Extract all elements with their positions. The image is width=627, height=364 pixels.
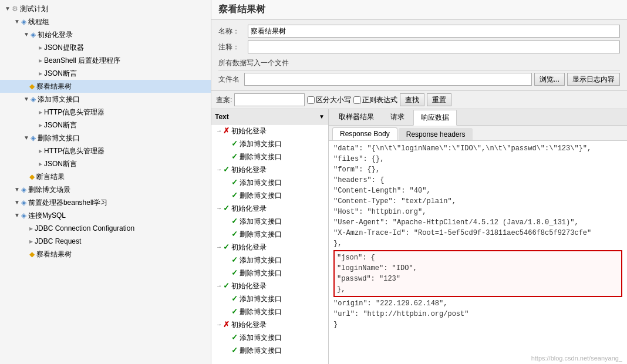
- result-line-0: "data": "{\n\t\"loginName\":\"IDO\",\n\t…: [333, 143, 622, 154]
- highlight-region: "json": { "loginName": "IDO", "passwd": …: [333, 250, 622, 297]
- result-line-10: "json": {: [337, 252, 619, 263]
- left-tree-panel: ▼⚙测试计划▼◈线程组▼◈初始化登录▸JSON提取器▸BeanShell 后置处…: [0, 0, 211, 364]
- regex-label: 正则表达式: [362, 95, 397, 105]
- text-tree-item-2[interactable]: ✓删除博文接口: [211, 150, 328, 163]
- result-tab-1[interactable]: 请求: [383, 109, 412, 125]
- result-line-16: }: [333, 319, 622, 330]
- text-panel-title: Text: [215, 113, 319, 121]
- tree-item-3[interactable]: ▸JSON提取器: [0, 41, 211, 54]
- result-line-1: "files": {},: [333, 154, 622, 164]
- result-line-3: "headers": {: [333, 175, 622, 186]
- tree-item-4[interactable]: ▸BeanShell 后置处理程序: [0, 54, 211, 67]
- result-line-11: "loginName": "IDO",: [337, 263, 619, 274]
- file-label: 文件名: [218, 75, 242, 85]
- tree-item-8[interactable]: ▸HTTP信息头管理器: [0, 106, 211, 119]
- tree-item-13[interactable]: ◆断言结果: [0, 170, 211, 183]
- comment-input[interactable]: [248, 41, 620, 53]
- section-title: 所有数据写入一个文件: [218, 56, 620, 70]
- name-input[interactable]: [248, 25, 620, 38]
- text-tree-item-4[interactable]: ✓添加博文接口: [211, 176, 328, 189]
- tree-item-7[interactable]: ▼◈添加博文接口: [0, 93, 211, 106]
- tree-item-5[interactable]: ▸JSON断言: [0, 67, 211, 80]
- text-tree-item-12[interactable]: →✓初始化登录: [211, 279, 328, 292]
- browse-button[interactable]: 浏览...: [534, 73, 565, 86]
- tree-label-8: HTTP信息头管理器: [44, 107, 105, 117]
- tree-label-16: 连接MySQL: [28, 210, 66, 221]
- sub-tab-0[interactable]: Response Body: [332, 127, 397, 140]
- text-tree-item-10[interactable]: ✓添加博文接口: [211, 254, 328, 267]
- result-area: 取样器结果请求响应数据 Response BodyResponse header…: [329, 109, 627, 364]
- tree-item-16[interactable]: ▼◈连接MySQL: [0, 209, 211, 222]
- tree-label-6: 察看结果树: [36, 81, 72, 92]
- text-panel: Text ▼ →✗初始化登录✓添加博文接口✓删除博文接口→✓初始化登录✓添加博文…: [211, 109, 329, 364]
- tree-label-2: 初始化登录: [38, 29, 73, 40]
- sub-tab-1[interactable]: Response headers: [399, 128, 473, 140]
- tree-item-11[interactable]: ▸HTTP信息头管理器: [0, 144, 211, 157]
- tree-label-18: JDBC Request: [35, 236, 81, 247]
- text-tree-item-5[interactable]: ✓删除博文接口: [211, 189, 328, 202]
- text-tree-item-3[interactable]: →✓初始化登录: [211, 163, 328, 176]
- tree-label-4: BeanShell 后置处理程序: [44, 55, 120, 66]
- tree-label-14: 删除博文场景: [28, 184, 70, 195]
- search-input[interactable]: [234, 93, 305, 106]
- tree-item-10[interactable]: ▼◈删除博文接口: [0, 132, 211, 144]
- tree-label-1: 线程组: [28, 16, 49, 27]
- tree-label-11: HTTP信息头管理器: [44, 146, 105, 156]
- result-line-8: "X-Amzn-Trace-Id": "Root=1-5ef5cd9f-3181…: [333, 228, 622, 238]
- text-tree-item-7[interactable]: ✓添加博文接口: [211, 215, 328, 228]
- tree-item-0[interactable]: ▼⚙测试计划: [0, 2, 211, 15]
- result-content: "data": "{\n\t\"loginName\":\"IDO\",\n\t…: [329, 141, 627, 364]
- find-button[interactable]: 查找: [400, 93, 424, 106]
- text-tree-item-9[interactable]: →✓初始化登录: [211, 241, 328, 254]
- result-line-14: "origin": "222.129.62.148",: [333, 298, 622, 309]
- text-tree-item-8[interactable]: ✓删除博文接口: [211, 228, 328, 241]
- case-sensitive-checkbox[interactable]: 区分大小写: [307, 95, 351, 105]
- reset-button[interactable]: 重置: [427, 93, 451, 106]
- regex-checkbox[interactable]: 正则表达式: [353, 95, 397, 105]
- tree-item-14[interactable]: ▼◈删除博文场景: [0, 183, 211, 196]
- text-tree-item-15[interactable]: →✗初始化登录: [211, 318, 328, 331]
- text-tree-item-6[interactable]: →✓初始化登录: [211, 202, 328, 215]
- tree-label-7: 添加博文接口: [38, 94, 80, 105]
- right-panel: 察看结果树 名称： 注释： 所有数据写入一个文件 文件名 浏览... 显示日志内…: [211, 0, 627, 364]
- tree-item-2[interactable]: ▼◈初始化登录: [0, 28, 211, 41]
- search-bar: 查案: 区分大小写 正则表达式 查找 重置: [211, 91, 627, 109]
- result-line-12: "passwd": "123": [337, 274, 619, 284]
- tree-item-1[interactable]: ▼◈线程组: [0, 15, 211, 28]
- tree-item-9[interactable]: ▸JSON断言: [0, 119, 211, 132]
- text-tree-item-14[interactable]: ✓删除博文接口: [211, 305, 328, 318]
- text-tree-item-0[interactable]: →✗初始化登录: [211, 124, 328, 137]
- tree-label-19: 察看结果树: [36, 249, 72, 259]
- text-tree-item-16[interactable]: ✓添加博文接口: [211, 331, 328, 344]
- tree-item-17[interactable]: ▸JDBC Connection Configuration: [0, 222, 211, 235]
- tree-label-3: JSON提取器: [44, 42, 84, 53]
- text-tree-item-11[interactable]: ✓删除博文接口: [211, 267, 328, 279]
- text-tree-item-1[interactable]: ✓添加博文接口: [211, 137, 328, 150]
- watermark: https://blog.csdn.net/seanyang_: [531, 355, 622, 362]
- tree-label-9: JSON断言: [44, 120, 77, 130]
- tree-label-12: JSON断言: [44, 159, 77, 169]
- log-button[interactable]: 显示日志内容: [567, 73, 620, 86]
- tree-item-18[interactable]: ▸JDBC Request: [0, 235, 211, 248]
- dropdown-icon[interactable]: ▼: [319, 113, 325, 120]
- tree-item-6[interactable]: ◆察看结果树: [0, 80, 211, 93]
- text-panel-content: →✗初始化登录✓添加博文接口✓删除博文接口→✓初始化登录✓添加博文接口✓删除博文…: [211, 124, 328, 364]
- split-area: Text ▼ →✗初始化登录✓添加博文接口✓删除博文接口→✓初始化登录✓添加博文…: [211, 109, 627, 364]
- tree-label-15: 前置处理器beanshell学习: [28, 197, 107, 208]
- result-tab-0[interactable]: 取样器结果: [331, 109, 382, 125]
- tree-item-15[interactable]: ▼◈前置处理器beanshell学习: [0, 196, 211, 209]
- file-input[interactable]: [244, 73, 532, 86]
- form-area: 名称： 注释： 所有数据写入一个文件 文件名 浏览... 显示日志内容: [211, 20, 627, 91]
- name-label: 名称：: [218, 26, 248, 36]
- search-label: 查案:: [216, 95, 232, 105]
- result-line-6: "Host": "httpbin.org",: [333, 207, 622, 217]
- text-tree-item-13[interactable]: ✓添加博文接口: [211, 292, 328, 305]
- text-tree-item-17[interactable]: ✓删除博文接口: [211, 344, 328, 357]
- tree-label-0: 测试计划: [20, 4, 48, 14]
- result-line-7: "User-Agent": "Apache-HttpClient/4.5.12 …: [333, 217, 622, 228]
- result-tab-2[interactable]: 响应数据: [413, 110, 457, 126]
- result-line-2: "form": {},: [333, 164, 622, 175]
- tree-item-19[interactable]: ◆察看结果树: [0, 248, 211, 261]
- tree-item-12[interactable]: ▸JSON断言: [0, 157, 211, 170]
- result-line-15: "url": "http://httpbin.org/post": [333, 309, 622, 319]
